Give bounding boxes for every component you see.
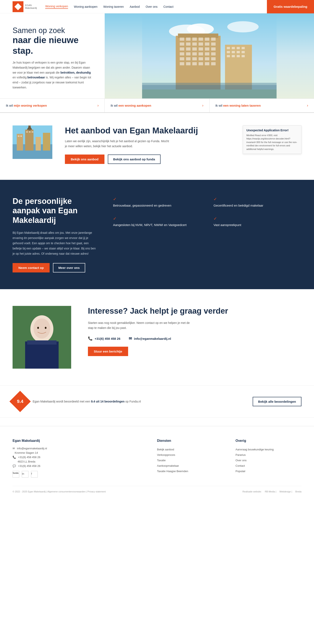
dark-section: De persoonlijke aanpak van Egan Makelaar… <box>0 180 314 290</box>
svg-rect-48 <box>232 51 235 53</box>
svg-rect-70 <box>32 131 33 132</box>
section-spacer <box>0 418 314 426</box>
cta-card-verkopen[interactable]: Ik wil mijn woning verkopen › <box>0 99 105 112</box>
hero-pretitle: Samen op zoek <box>13 26 92 35</box>
aanbod-buttons: Bekijk ons aanbod Bekijk ons aanbod op f… <box>65 154 301 164</box>
svg-rect-19 <box>186 48 190 50</box>
funda-link[interactable]: funda <box>13 471 19 478</box>
agent-content: Interesse? Jack helpt je graag verder St… <box>88 306 301 356</box>
svg-rect-39 <box>199 62 203 65</box>
svg-point-76 <box>37 327 39 329</box>
svg-rect-27 <box>199 52 203 56</box>
chevron-right-icon: › <box>97 103 99 108</box>
hero-building-svg <box>105 14 314 98</box>
footer-overig-link-2[interactable]: Pararius <box>235 452 301 458</box>
svg-rect-8 <box>192 38 197 41</box>
nav-link-contact[interactable]: Contact <box>163 5 173 8</box>
facebook-link[interactable]: f <box>31 471 38 478</box>
svg-rect-33 <box>199 57 203 60</box>
aanbod-body: Laten we eerlijk zijn, waarschijnlijk he… <box>65 139 170 149</box>
svg-rect-13 <box>186 42 190 46</box>
nav-link-verkopen[interactable]: Woning verkopen <box>45 4 68 9</box>
svg-rect-20 <box>192 48 197 50</box>
svg-rect-24 <box>180 52 184 56</box>
svg-rect-9 <box>199 38 203 41</box>
breda-link[interactable]: Breda <box>295 490 301 493</box>
svg-rect-49 <box>237 51 240 53</box>
feature-text-2: Gecertificeerd en beëdigd makelaar <box>213 203 301 208</box>
footer-overig-link-3[interactable]: Over ons <box>235 458 301 463</box>
svg-rect-10 <box>205 38 209 41</box>
nav-link-over[interactable]: Over ons <box>146 5 158 8</box>
footer-diensten-link-1[interactable]: Bekijk aanbod <box>157 447 223 452</box>
svg-rect-22 <box>205 48 209 50</box>
svg-rect-32 <box>192 57 197 60</box>
svg-rect-50 <box>242 51 245 53</box>
dark-section-buttons: Neem contact op Meer over ons <box>13 263 96 272</box>
error-title: Unexpected Application Error! <box>246 128 298 132</box>
nav-cta-button[interactable]: Gratis waardebepaling <box>267 0 314 14</box>
about-button[interactable]: Meer over ons <box>53 263 85 272</box>
logo-text: EGAN Makelaardij <box>25 4 37 9</box>
nav-link-taxeren[interactable]: Woning taxeren <box>103 5 124 8</box>
nav-link-aankopen[interactable]: Woning aankopen <box>74 5 98 8</box>
footer-phone: 📞 +31(6) 458 458 26 <box>13 456 144 459</box>
svg-rect-26 <box>192 52 197 56</box>
logo[interactable]: EGAN Makelaardij <box>13 1 37 12</box>
linkedin-link[interactable]: in <box>22 471 29 478</box>
footer-socials: funda in f <box>13 471 144 478</box>
agent-body: Starten was nog nooit gemakkelijker. Nee… <box>88 320 193 330</box>
footer: Egan Makelaardij ✉ info@eganmakelaardij.… <box>0 426 314 499</box>
chevron-right-icon-2: › <box>202 103 203 108</box>
cta-card-aankopen[interactable]: Ik wil een woning aankopen › <box>105 99 209 112</box>
svg-rect-40 <box>205 62 209 65</box>
nav-link-aanbod[interactable]: Aanbod <box>130 5 140 8</box>
send-message-button[interactable]: Stuur een berichtje <box>88 347 128 356</box>
svg-point-75 <box>34 318 50 338</box>
footer-diensten-link-3[interactable]: Taxatie <box>157 458 223 463</box>
svg-rect-47 <box>227 51 230 53</box>
footer-overig-link-1[interactable]: Aanvraag bouwkundige keuring <box>235 447 301 452</box>
contact-button[interactable]: Neem contact op <box>13 263 50 272</box>
hero-content: Samen op zoek naar die nieuwe stap. Je h… <box>0 14 105 98</box>
svg-rect-11 <box>211 38 216 41</box>
svg-rect-45 <box>237 47 240 49</box>
footer-diensten-link-2[interactable]: Verkoopproces <box>157 452 223 458</box>
phone-icon-footer: 📞 <box>13 456 16 459</box>
footer-overig-link-4[interactable]: Contact <box>235 463 301 468</box>
dark-section-body: Bij Egan Makelaardij draait alles om jou… <box>13 230 96 256</box>
footer-company-col: Egan Makelaardij ✉ info@eganmakelaardij.… <box>13 439 144 478</box>
feature-item-1: ✓ Betrouwbaar, gepassioneerd en gedreven <box>113 196 201 208</box>
svg-rect-73 <box>25 342 59 369</box>
feature-text-3: Aangesloten bij NVM, NRVT, NWWI en Vastg… <box>113 223 201 227</box>
nav-links: Woning verkopen Woning aankopen Woning t… <box>45 4 301 9</box>
svg-rect-53 <box>237 55 240 57</box>
svg-rect-51 <box>227 55 230 57</box>
rb-media-link[interactable]: RB-Media <box>265 490 275 493</box>
feature-item-3: ✓ Aangesloten bij NVM, NRVT, NWWI en Vas… <box>113 216 201 227</box>
svg-rect-6 <box>180 38 184 41</box>
svg-rect-12 <box>180 42 184 46</box>
dark-section-left: De persoonlijke aanpak van Egan Makelaar… <box>13 196 96 273</box>
feature-item-2: ✓ Gecertificeerd en beëdigd makelaar <box>213 196 301 208</box>
hero-section: Samen op zoek naar die nieuwe stap. Je h… <box>0 14 314 98</box>
phone-icon: 📞 <box>88 336 93 341</box>
svg-rect-30 <box>180 57 184 60</box>
footer-bottom: © 2022 - 2025 Egan Makelaardij | Algemen… <box>13 486 301 493</box>
logo-icon <box>13 1 24 12</box>
svg-rect-69 <box>29 131 31 132</box>
aanbod-primary-button[interactable]: Bekijk ons aanbod <box>65 154 104 164</box>
webdesign-link[interactable]: Webdesign <box>279 490 291 493</box>
footer-overig-link-5[interactable]: Populair <box>235 468 301 474</box>
svg-rect-41 <box>211 62 216 65</box>
footer-diensten-title: Diensten <box>157 439 223 443</box>
footer-diensten-link-4[interactable]: Aankoopmakelaar <box>157 463 223 468</box>
svg-rect-63 <box>43 133 50 150</box>
cta-card-taxeren[interactable]: Ik wil een woning laten taxeren › <box>210 99 314 112</box>
svg-rect-23 <box>211 48 216 50</box>
footer-diensten-link-5[interactable]: Taxatie Haagse Beemden <box>157 468 223 474</box>
aanbod-secondary-button[interactable]: Bekijk ons aanbod op funda <box>108 154 161 164</box>
svg-rect-61 <box>25 130 34 150</box>
svg-rect-14 <box>192 42 197 46</box>
all-reviews-button[interactable]: Bekijk alle beoordelingen <box>253 397 301 406</box>
